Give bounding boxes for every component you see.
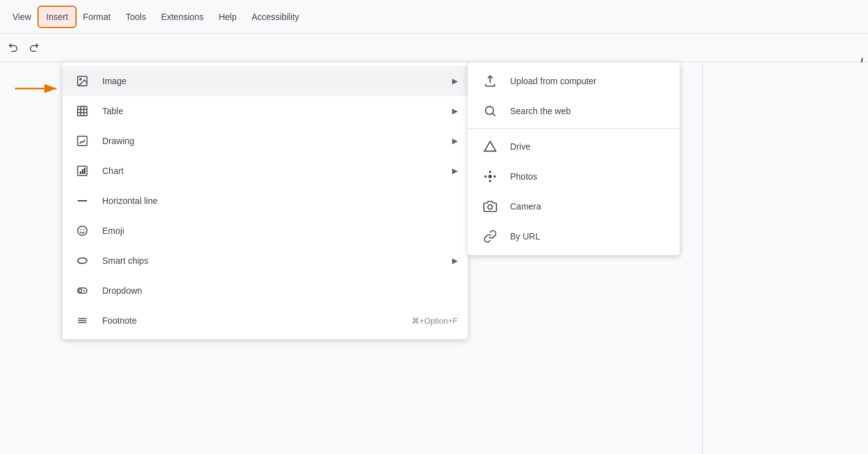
menu-item-table-label: Table [102,106,447,116]
chart-icon [72,165,92,177]
menu-tools[interactable]: Tools [118,7,153,27]
svg-line-26 [493,114,495,116]
menu-insert[interactable]: Insert [39,7,75,27]
table-submenu-arrow: ▶ [452,107,458,115]
undo-button[interactable] [5,39,22,57]
submenu-photos-label: Photos [510,171,538,181]
drawing-icon [72,135,92,147]
menu-item-footnote-shortcut: ⌘+Option+F [412,316,458,326]
menu-item-chart[interactable]: Chart ▶ [62,156,468,186]
menu-item-drawing-label: Drawing [102,136,447,146]
svg-point-18 [84,229,85,231]
svg-rect-4 [78,107,87,116]
menu-item-image[interactable]: Image ▶ [62,66,468,96]
menu-item-horizontal-line[interactable]: Horizontal line [62,186,468,216]
svg-point-21 [79,289,82,292]
menu-item-dropdown-label: Dropdown [102,286,458,296]
svg-rect-13 [82,170,84,175]
footnote-icon [72,314,92,327]
toolbar-undo-redo [5,39,42,57]
menu-item-horizontal-line-label: Horizontal line [102,196,458,206]
chart-submenu-arrow: ▶ [452,167,458,175]
menu-extensions[interactable]: Extensions [153,7,211,27]
smart-chips-icon [72,254,92,267]
svg-rect-14 [84,168,86,174]
svg-rect-12 [80,171,81,174]
submenu-by-url[interactable]: By URL [468,221,680,251]
document-area: Image ▶ Table ▶ [0,62,868,454]
drive-icon [480,140,500,153]
document-separator [702,62,703,454]
search-icon [480,104,500,118]
svg-point-28 [488,175,492,178]
submenu-by-url-label: By URL [510,231,540,241]
menubar: View Insert Format Tools Extensions Help… [0,0,868,34]
photos-icon [480,170,500,183]
submenu-divider-1 [468,128,680,129]
smart-chips-submenu-arrow: ▶ [452,256,458,265]
svg-point-10 [80,143,80,143]
orange-arrow-indicator [12,80,62,97]
menu-item-footnote-label: Footnote [102,316,412,326]
upload-icon [480,74,500,88]
menu-accessibility[interactable]: Accessibility [244,7,306,27]
submenu-drive-label: Drive [510,142,531,152]
redo-button[interactable] [25,39,42,57]
image-icon [72,75,92,87]
image-submenu-arrow: ▶ [452,77,458,85]
menu-item-footnote[interactable]: Footnote ⌘+Option+F [62,306,468,336]
svg-point-29 [488,205,492,209]
svg-point-17 [80,229,82,231]
svg-point-16 [78,226,87,236]
menu-format[interactable]: Format [75,7,118,27]
camera-icon [480,200,500,213]
menu-view[interactable]: View [5,7,39,27]
table-icon [72,105,92,117]
submenu-search-web-label: Search the web [510,106,571,116]
emoji-icon [72,225,92,237]
insert-dropdown-menu: Image ▶ Table ▶ [62,62,468,339]
menu-item-dropdown[interactable]: Dropdown [62,276,468,306]
menu-item-emoji[interactable]: Emoji [62,216,468,246]
drawing-submenu-arrow: ▶ [452,137,458,145]
url-icon [480,229,500,243]
submenu-upload-computer-label: Upload from computer [510,76,597,86]
menu-item-smart-chips-label: Smart chips [102,256,447,266]
image-submenu: Upload from computer Search the web [468,62,680,255]
menu-help[interactable]: Help [211,7,244,27]
submenu-drive[interactable]: Drive [468,132,680,162]
svg-point-25 [486,107,494,115]
submenu-upload-computer[interactable]: Upload from computer [468,66,680,96]
menu-item-drawing[interactable]: Drawing ▶ [62,126,468,156]
menu-item-image-label: Image [102,76,447,86]
horizontal-line-icon [72,195,92,207]
toolbar: I [0,34,868,62]
svg-point-3 [80,79,81,80]
svg-rect-9 [78,137,87,146]
menu-item-emoji-label: Emoji [102,226,458,236]
svg-marker-27 [485,142,496,152]
menu-item-table[interactable]: Table ▶ [62,96,468,126]
dropdown-icon [72,284,92,297]
menu-item-smart-chips[interactable]: Smart chips ▶ [62,246,468,276]
submenu-camera[interactable]: Camera [468,191,680,221]
submenu-camera-label: Camera [510,201,541,211]
submenu-photos[interactable]: Photos [468,162,680,191]
menu-item-chart-label: Chart [102,166,447,176]
submenu-search-web[interactable]: Search the web [468,96,680,126]
